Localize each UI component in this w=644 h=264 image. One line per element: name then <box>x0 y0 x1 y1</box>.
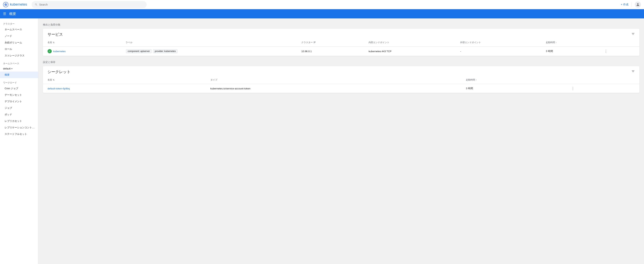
search-container <box>32 1 146 8</box>
services-row-internal-endpoint-cell: kubernetes:443 TCP <box>364 47 456 56</box>
nav-divider <box>632 2 632 7</box>
sidebar-item-jobs[interactable]: ジョブ <box>0 105 38 111</box>
page-title: 概要 <box>9 12 16 16</box>
secrets-name-sort-arrow: ⇅ <box>53 79 54 81</box>
secrets-row-type-cell: kubernetes.io/service-account-token <box>206 84 461 93</box>
services-card-title: サービス <box>48 32 63 37</box>
services-col-external-endpoint: 外部エンドポイント <box>456 39 541 47</box>
secrets-row-age-cell: 3 時間 <box>461 84 566 93</box>
label-chip-1: provider: kubernetes <box>153 49 177 53</box>
namespace-section-title: ネームスペース <box>0 61 38 66</box>
services-filter-icon[interactable] <box>631 32 635 37</box>
user-avatar[interactable] <box>635 2 641 8</box>
services-col-internal-endpoint: 内部エンドポイント <box>364 39 456 47</box>
account-icon <box>636 3 640 7</box>
secrets-section-title: 設定と保存 <box>43 61 640 64</box>
services-row-age-cell: 3 時間 <box>541 47 599 56</box>
status-ok-icon: ✓ <box>48 49 52 53</box>
name-sort-arrow: ⇅ <box>53 42 54 44</box>
services-card-header: サービス <box>43 29 640 37</box>
services-col-cluster-ip: クラスター IP <box>297 39 364 47</box>
services-card: サービス 名前 ⇅ <box>43 29 640 56</box>
sidebar-item-persistent-volumes[interactable]: 永続ボリューム <box>0 39 38 46</box>
more-options-icon[interactable]: ⋮ <box>603 49 608 54</box>
services-table-body: ✓ kubernetes component: apiserver provid… <box>43 47 640 56</box>
services-col-age[interactable]: 起動時間 ↑ <box>541 39 599 47</box>
services-row-name-cell: ✓ kubernetes <box>43 47 121 56</box>
chevron-down-icon: ▾ <box>11 67 12 70</box>
label-chip-0: component: apiserver <box>126 49 152 53</box>
services-table: 名前 ⇅ ラベル クラスター IP 内部エンドポイント <box>43 39 640 56</box>
sidebar-item-cron-jobs[interactable]: Cron ジョブ <box>0 85 38 92</box>
sidebar-item-stateful-sets[interactable]: ステートフルセット <box>0 131 38 137</box>
sidebar-item-roles[interactable]: ロール <box>0 46 38 52</box>
age-sort-arrow: ↑ <box>556 42 557 44</box>
secrets-card-header: シークレット <box>43 66 640 74</box>
search-input[interactable] <box>39 3 144 6</box>
secrets-table: 名前 ⇅ タイプ 起動時間 ↑ <box>43 76 640 93</box>
hamburger-menu-icon[interactable]: ☰ <box>3 12 6 16</box>
workload-section-title: ワークロード <box>0 80 38 85</box>
service-name-link[interactable]: kubernetes <box>53 50 66 53</box>
secrets-more-options-icon[interactable]: ⋮ <box>570 86 576 91</box>
sidebar-item-pods[interactable]: ポッド <box>0 111 38 118</box>
top-navigation: kubernetes + 作成 <box>0 0 644 9</box>
sidebar-item-replication-controllers[interactable]: レプリケーションコントロー <box>0 124 38 131</box>
services-col-actions <box>599 39 640 47</box>
secrets-card: シークレット 名前 ⇅ <box>43 66 640 93</box>
namespace-selector[interactable]: default ▾ <box>0 66 38 72</box>
secrets-col-age[interactable]: 起動時間 ↑ <box>461 76 566 84</box>
top-nav-actions: + 作成 <box>621 2 641 8</box>
sidebar: クラスター ネームスペース ノード 永続ボリューム ロール ストレージクラス ネ… <box>0 19 38 264</box>
services-section-title: 検出と負荷分散 <box>43 23 640 27</box>
sidebar-item-overview[interactable]: 概要 <box>0 72 38 78</box>
services-table-head: 名前 ⇅ ラベル クラスター IP 内部エンドポイント <box>43 39 640 47</box>
kubernetes-logo-icon <box>3 2 8 7</box>
secrets-card-title: シークレット <box>48 69 70 74</box>
main-layout: クラスター ネームスペース ノード 永続ボリューム ロール ストレージクラス ネ… <box>0 19 644 264</box>
secrets-row-name-cell: default-token-6p9bq <box>43 84 206 93</box>
services-row-external-endpoint-cell: - <box>456 47 541 56</box>
secrets-col-actions <box>566 76 640 84</box>
sidebar-item-replica-sets[interactable]: レプリカセット <box>0 118 38 124</box>
sidebar-item-storage-classes[interactable]: ストレージクラス <box>0 52 38 59</box>
page-header: ☰ 概要 <box>0 9 644 19</box>
secrets-col-name[interactable]: 名前 ⇅ <box>43 76 206 84</box>
secrets-col-type: タイプ <box>206 76 461 84</box>
secrets-table-head: 名前 ⇅ タイプ 起動時間 ↑ <box>43 76 640 84</box>
secrets-row-more-cell[interactable]: ⋮ <box>566 84 640 93</box>
secrets-table-body: default-token-6p9bq kubernetes.io/servic… <box>43 84 640 93</box>
services-row-labels-cell: component: apiserver provider: kubernete… <box>121 47 297 56</box>
svg-point-1 <box>5 4 6 5</box>
table-row: ✓ kubernetes component: apiserver provid… <box>43 47 640 56</box>
app-logo-text: kubernetes <box>10 3 27 7</box>
secrets-filter-icon[interactable] <box>631 70 635 74</box>
main-content: 検出と負荷分散 サービス 名前 ⇅ <box>38 19 644 264</box>
table-row: default-token-6p9bq kubernetes.io/servic… <box>43 84 640 93</box>
services-row-more-cell[interactable]: ⋮ <box>599 47 640 56</box>
sidebar-item-namespaces[interactable]: ネームスペース <box>0 26 38 33</box>
secrets-age-sort-arrow: ↑ <box>476 79 477 81</box>
namespace-value: default <box>3 67 10 70</box>
app-logo[interactable]: kubernetes <box>3 2 27 7</box>
create-button[interactable]: + 作成 <box>621 3 628 6</box>
services-col-labels: ラベル <box>121 39 297 47</box>
search-icon <box>35 3 38 6</box>
services-row-cluster-ip-cell: 10.96.0.1 <box>297 47 364 56</box>
sidebar-item-nodes[interactable]: ノード <box>0 33 38 39</box>
sidebar-item-daemon-sets[interactable]: デーモンセット <box>0 92 38 98</box>
services-col-name[interactable]: 名前 ⇅ <box>43 39 121 47</box>
cluster-section-title: クラスター <box>0 21 38 26</box>
secret-name-link[interactable]: default-token-6p9bq <box>48 87 70 90</box>
sidebar-item-deployments[interactable]: デプロイメント <box>0 98 38 105</box>
